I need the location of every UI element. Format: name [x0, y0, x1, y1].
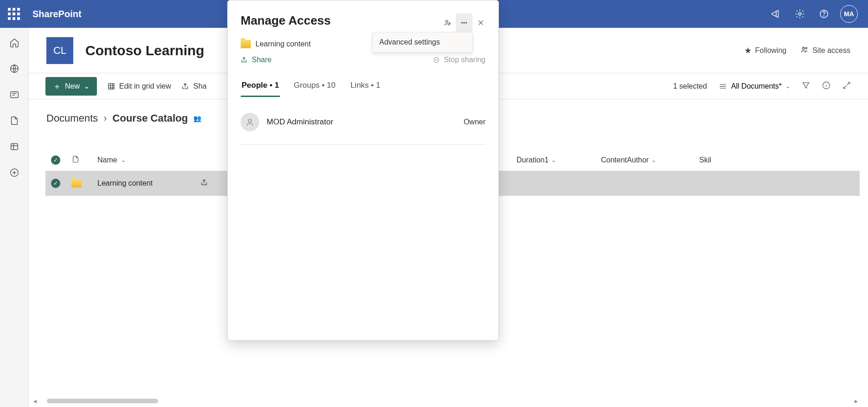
site-access-button[interactable]: Site access — [800, 45, 850, 56]
share-label-partial: Sha — [193, 82, 206, 90]
column-author[interactable]: ContentAuthor⌄ — [601, 156, 694, 164]
svg-point-0 — [798, 13, 801, 15]
svg-point-7 — [803, 47, 805, 49]
site-title: Contoso Learning — [85, 43, 204, 58]
svg-point-15 — [466, 22, 466, 23]
close-button[interactable] — [472, 13, 489, 32]
gear-icon[interactable] — [792, 6, 808, 22]
add-icon[interactable] — [8, 166, 21, 179]
megaphone-icon[interactable] — [768, 6, 784, 22]
expand-icon[interactable] — [842, 81, 851, 91]
site-logo[interactable]: CL — [46, 37, 73, 64]
svg-point-2 — [823, 16, 824, 16]
brand-label[interactable]: SharePoint — [32, 9, 82, 19]
select-all-toggle[interactable]: ✓ — [45, 155, 66, 165]
tab-groups[interactable]: Groups • 10 — [293, 77, 337, 97]
tab-people[interactable]: People • 1 — [241, 77, 280, 97]
svg-point-14 — [464, 22, 465, 23]
filter-icon[interactable] — [801, 81, 811, 91]
svg-point-17 — [249, 119, 251, 122]
tab-links[interactable]: Links • 1 — [350, 77, 382, 97]
svg-rect-4 — [10, 92, 18, 98]
plus-icon: ＋ — [53, 81, 61, 92]
stop-sharing-label: Stop sharing — [444, 56, 485, 64]
dialog-top-actions — [439, 13, 489, 32]
globe-icon[interactable] — [8, 62, 21, 75]
help-icon[interactable] — [816, 6, 832, 22]
view-switcher[interactable]: All Documents* ⌄ — [718, 82, 790, 91]
svg-point-13 — [461, 22, 462, 23]
list-icon[interactable] — [8, 140, 21, 153]
row-share-icon[interactable] — [200, 178, 209, 188]
breadcrumb-root[interactable]: Documents — [46, 112, 98, 124]
site-actions: ★ Following Site access — [744, 45, 850, 56]
column-skill[interactable]: Skil — [699, 156, 860, 164]
suite-actions: MA — [768, 5, 864, 23]
person-name: MOD Administrator — [267, 117, 333, 127]
svg-rect-9 — [108, 84, 114, 89]
person-row[interactable]: MOD Administrator Owner — [241, 113, 485, 145]
folder-icon — [71, 179, 92, 187]
news-icon[interactable] — [8, 88, 21, 101]
folder-icon — [241, 40, 251, 48]
svg-rect-5 — [11, 144, 18, 150]
svg-point-12 — [449, 23, 450, 24]
app-launcher-icon[interactable] — [4, 4, 24, 24]
dialog-share-button[interactable]: Share — [241, 56, 272, 64]
type-column-icon[interactable] — [71, 155, 92, 166]
new-button[interactable]: ＋ New ⌄ — [45, 77, 97, 96]
dialog-actions-row: Share Stop sharing — [241, 56, 485, 64]
more-options-button[interactable] — [456, 13, 472, 32]
chevron-right-icon: › — [103, 112, 107, 124]
person-avatar-icon — [241, 113, 259, 131]
following-label: Following — [755, 46, 787, 55]
chevron-down-icon: ⌄ — [651, 157, 656, 163]
dialog-share-label: Share — [252, 56, 272, 64]
following-button[interactable]: ★ Following — [744, 45, 787, 56]
home-icon[interactable] — [8, 36, 21, 49]
scroll-left-icon[interactable]: ◂ — [32, 397, 38, 405]
scroll-thumb[interactable] — [47, 399, 158, 403]
new-label: New — [65, 82, 80, 90]
stop-sharing-button: Stop sharing — [433, 56, 485, 64]
edit-grid-button[interactable]: Edit in grid view — [107, 82, 171, 90]
command-right: 1 selected All Documents* ⌄ — [673, 81, 851, 91]
dialog-tabs: People • 1 Groups • 10 Links • 1 — [241, 77, 485, 97]
dialog-item-name: Learning content — [255, 40, 311, 48]
edit-grid-label: Edit in grid view — [119, 82, 171, 90]
chevron-down-icon: ⌄ — [551, 157, 556, 163]
horizontal-scrollbar[interactable]: ◂ ▸ — [32, 398, 860, 404]
chevron-down-icon: ⌄ — [121, 157, 126, 163]
breadcrumb-current: Course Catalog — [113, 112, 188, 124]
column-duration[interactable]: Duration1⌄ — [517, 156, 595, 164]
file-icon[interactable] — [8, 114, 21, 127]
chevron-down-icon: ⌄ — [83, 82, 89, 90]
share-button[interactable]: Sha — [181, 82, 206, 90]
view-name: All Documents* — [731, 82, 782, 90]
left-rail — [0, 28, 29, 407]
person-role: Owner — [464, 118, 485, 126]
column-skill-label: Skil — [699, 156, 711, 164]
row-name[interactable]: Learning content — [97, 179, 195, 187]
advanced-settings-label: Advanced settings — [379, 38, 440, 46]
people-icon — [800, 45, 809, 56]
column-duration-label: Duration1 — [517, 156, 549, 164]
manage-access-dialog: Manage Access Advanced settings Learning… — [227, 0, 499, 341]
selection-count: 1 selected — [673, 82, 707, 90]
star-icon: ★ — [744, 45, 752, 56]
people-shared-icon[interactable]: 👥 — [193, 115, 201, 122]
grant-access-icon[interactable] — [439, 13, 456, 32]
chevron-down-icon: ⌄ — [785, 83, 790, 90]
site-access-label: Site access — [812, 46, 850, 55]
column-name-label: Name — [97, 156, 117, 164]
svg-point-11 — [446, 20, 448, 23]
row-select[interactable]: ✓ — [45, 179, 66, 188]
advanced-settings-menu-item[interactable]: Advanced settings — [372, 32, 472, 52]
column-author-label: ContentAuthor — [601, 156, 649, 164]
user-avatar[interactable]: MA — [840, 5, 858, 23]
scroll-right-icon[interactable]: ▸ — [853, 397, 860, 405]
info-icon[interactable] — [822, 81, 831, 91]
svg-point-8 — [805, 47, 807, 49]
